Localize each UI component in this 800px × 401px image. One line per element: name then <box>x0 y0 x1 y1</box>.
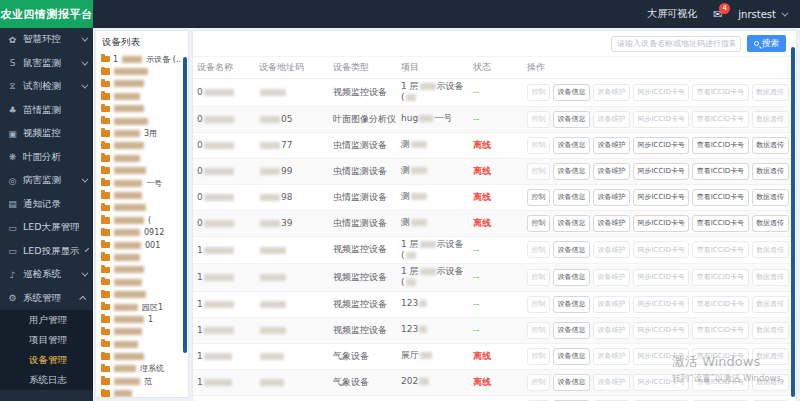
table-scrollbar[interactable] <box>791 47 795 397</box>
op-button-3[interactable]: 设备维护 <box>593 111 630 128</box>
op-button-1[interactable]: 控制 <box>527 163 550 180</box>
op-button-6[interactable]: 数据透传 <box>752 111 789 128</box>
tree-item[interactable] <box>101 90 185 102</box>
op-button-3[interactable]: 设备维护 <box>593 215 630 232</box>
op-button-4[interactable]: 同步ICCID卡号 <box>633 189 689 206</box>
op-button-4[interactable]: 同步ICCID卡号 <box>633 374 689 391</box>
op-button-2[interactable]: 设备信息 <box>553 163 590 180</box>
op-button-1[interactable]: 控制 <box>527 296 550 313</box>
tree-item[interactable]: 理系统 <box>101 363 185 375</box>
op-button-6[interactable]: 数据透传 <box>752 322 789 339</box>
op-button-3[interactable]: 设备维护 <box>593 241 630 258</box>
tree-item[interactable] <box>101 65 185 77</box>
tree-item[interactable] <box>101 78 185 90</box>
tree-item[interactable]: 0912 <box>101 226 185 238</box>
op-button-1[interactable]: 控制 <box>527 111 550 128</box>
sidebar-item-10[interactable]: ▭LED投屏显示 <box>0 240 93 264</box>
op-button-5[interactable]: 查看ICCID卡号 <box>692 322 748 339</box>
op-button-1[interactable]: 控制 <box>527 84 550 101</box>
tree-item[interactable]: 范 <box>101 375 185 387</box>
tree-item[interactable] <box>101 115 185 127</box>
op-button-6[interactable]: 数据透传 <box>752 296 789 313</box>
op-button-2[interactable]: 设备信息 <box>553 189 590 206</box>
tree-item[interactable]: 1 <box>101 313 185 325</box>
op-button-5[interactable]: 查看ICCID卡号 <box>692 137 748 154</box>
op-button-4[interactable]: 同步ICCID卡号 <box>633 322 689 339</box>
sidebar-subitem-用户管理[interactable]: 用户管理 <box>0 310 93 330</box>
op-button-6[interactable]: 数据透传 <box>752 84 789 101</box>
sidebar-item-4[interactable]: ♣苗情监测 <box>0 99 93 123</box>
tree-item[interactable] <box>101 189 185 201</box>
op-button-6[interactable]: 数据透传 <box>752 348 789 365</box>
op-button-3[interactable]: 设备维护 <box>593 84 630 101</box>
op-button-5[interactable]: 查看ICCID卡号 <box>692 348 748 365</box>
sidebar-subitem-设备管理[interactable]: 设备管理 <box>0 350 93 370</box>
tree-item[interactable] <box>101 103 185 115</box>
tree-item[interactable] <box>101 140 185 152</box>
op-button-6[interactable]: 数据透传 <box>752 374 789 391</box>
tree-item[interactable]: 3用 <box>101 127 185 139</box>
sidebar-subitem-项目管理[interactable]: 项目管理 <box>0 330 93 350</box>
op-button-1[interactable]: 控制 <box>527 269 550 286</box>
op-button-5[interactable]: 查看ICCID卡号 <box>692 84 748 101</box>
tree-item[interactable] <box>101 388 185 398</box>
op-button-3[interactable]: 设备维护 <box>593 189 630 206</box>
op-button-2[interactable]: 设备信息 <box>553 111 590 128</box>
tree-item[interactable] <box>101 202 185 214</box>
sidebar-item-12[interactable]: ⚙系统管理 <box>0 287 93 311</box>
op-button-2[interactable]: 设备信息 <box>553 374 590 391</box>
op-button-6[interactable]: 数据透传 <box>752 163 789 180</box>
op-button-3[interactable]: 设备维护 <box>593 322 630 339</box>
tree-item[interactable]: 一号 <box>101 177 185 189</box>
op-button-2[interactable]: 设备信息 <box>553 215 590 232</box>
tree-item[interactable]: 1 示设备 (.. <box>101 53 185 65</box>
op-button-2[interactable]: 设备信息 <box>553 137 590 154</box>
op-button-6[interactable]: 数据透传 <box>752 215 789 232</box>
sidebar-item-2[interactable]: S鼠害监测 <box>0 52 93 76</box>
op-button-5[interactable]: 查看ICCID卡号 <box>692 296 748 313</box>
op-button-3[interactable]: 设备维护 <box>593 374 630 391</box>
op-button-5[interactable]: 查看ICCID卡号 <box>692 374 748 391</box>
sidebar-item-8[interactable]: ▤通知记录 <box>0 193 93 217</box>
op-button-4[interactable]: 同步ICCID卡号 <box>633 269 689 286</box>
op-button-4[interactable]: 同步ICCID卡号 <box>633 111 689 128</box>
sidebar-item-6[interactable]: ❋叶面分析 <box>0 146 93 170</box>
op-button-6[interactable]: 数据透传 <box>752 137 789 154</box>
op-button-6[interactable]: 数据透传 <box>752 241 789 258</box>
op-button-3[interactable]: 设备维护 <box>593 163 630 180</box>
sidebar-item-9[interactable]: ▭LED大屏管理 <box>0 216 93 240</box>
sidebar-item-3[interactable]: ⧖试剂检测 <box>0 75 93 99</box>
op-button-2[interactable]: 设备信息 <box>553 348 590 365</box>
tree-item[interactable] <box>101 251 185 263</box>
device-list-scrollbar[interactable] <box>183 57 187 353</box>
tree-item[interactable] <box>101 326 185 338</box>
op-button-4[interactable]: 同步ICCID卡号 <box>633 163 689 180</box>
op-button-6[interactable]: 数据透传 <box>752 269 789 286</box>
op-button-3[interactable]: 设备维护 <box>593 296 630 313</box>
op-button-6[interactable]: 数据透传 <box>752 189 789 206</box>
tree-item[interactable] <box>101 288 185 300</box>
tree-item[interactable] <box>101 165 185 177</box>
op-button-2[interactable]: 设备信息 <box>553 84 590 101</box>
op-button-1[interactable]: 控制 <box>527 322 550 339</box>
op-button-2[interactable]: 设备信息 <box>553 241 590 258</box>
search-button[interactable]: 搜索 <box>747 35 786 52</box>
message-icon-wrap[interactable]: ✉ 4 <box>713 8 722 21</box>
op-button-5[interactable]: 查看ICCID卡号 <box>692 241 748 258</box>
op-button-4[interactable]: 同步ICCID卡号 <box>633 215 689 232</box>
tree-item[interactable] <box>101 276 185 288</box>
big-screen-link[interactable]: 大屏可视化 <box>647 7 697 21</box>
op-button-4[interactable]: 同步ICCID卡号 <box>633 348 689 365</box>
op-button-2[interactable]: 设备信息 <box>553 296 590 313</box>
op-button-1[interactable]: 控制 <box>527 241 550 258</box>
sidebar-item-11[interactable]: ♪巡检系统 <box>0 263 93 287</box>
tree-item[interactable]: 园区1 <box>101 301 185 313</box>
op-button-4[interactable]: 同步ICCID卡号 <box>633 241 689 258</box>
op-button-5[interactable]: 查看ICCID卡号 <box>692 189 748 206</box>
op-button-4[interactable]: 同步ICCID卡号 <box>633 137 689 154</box>
op-button-5[interactable]: 查看ICCID卡号 <box>692 163 748 180</box>
op-button-1[interactable]: 控制 <box>527 348 550 365</box>
op-button-1[interactable]: 控制 <box>527 137 550 154</box>
sidebar-item-5[interactable]: ▣视频监控 <box>0 122 93 146</box>
op-button-1[interactable]: 控制 <box>527 374 550 391</box>
